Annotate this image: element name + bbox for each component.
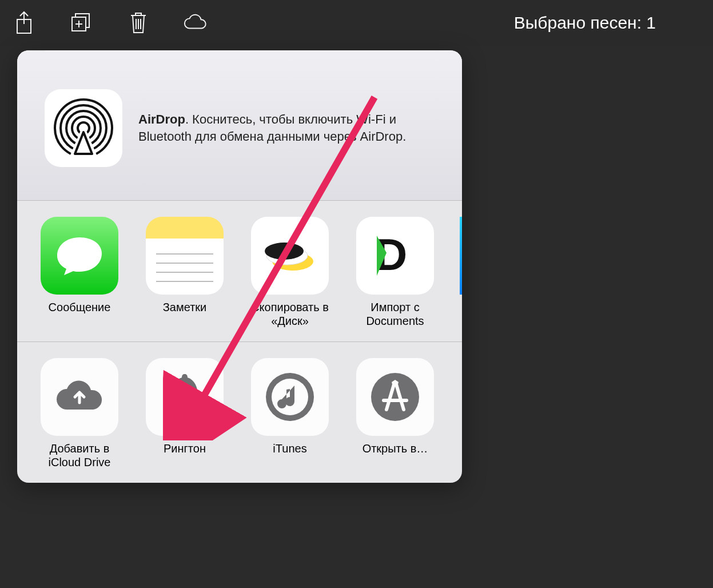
add-to-icon[interactable] <box>69 10 94 35</box>
cloud-icon[interactable] <box>183 10 208 35</box>
share-icon[interactable] <box>11 10 37 35</box>
selection-count-label: Выбрано песен: 1 <box>514 13 702 33</box>
share-item-label: Импорт с Documents <box>354 300 436 328</box>
action-item-openin[interactable]: Открыть в… <box>354 358 436 469</box>
airdrop-section[interactable]: AirDrop. Коснитесь, чтобы включить Wi-Fi… <box>17 50 462 200</box>
trash-icon[interactable] <box>126 10 151 35</box>
action-item-itunes[interactable]: iTunes <box>249 358 330 469</box>
action-item-label: Открыть в… <box>363 442 428 455</box>
action-item-label: iTunes <box>273 442 306 455</box>
svg-point-9 <box>265 243 304 260</box>
itunes-icon <box>251 358 329 436</box>
airdrop-text: AirDrop. Коснитесь, чтобы включить Wi-Fi… <box>138 111 439 145</box>
notes-icon <box>146 217 224 295</box>
icloud-upload-icon <box>41 358 118 436</box>
action-item-label: Добавить в iCloud Drive <box>39 442 120 469</box>
share-item-partial[interactable] <box>460 217 462 328</box>
messages-icon <box>41 217 118 295</box>
toolbar: Выбрано песен: 1 <box>0 0 713 46</box>
yandex-disk-icon <box>251 217 329 295</box>
action-item-ringtone[interactable]: Рингтон <box>144 358 225 469</box>
share-item-disk[interactable]: Скопировать в «Диск» <box>249 217 330 328</box>
share-item-label: Заметки <box>163 300 207 314</box>
share-apps-row: Сообщение Заметки Скопировать в «Диск» D <box>17 201 462 341</box>
share-item-label: Сообщение <box>49 300 111 314</box>
action-item-icloud[interactable]: Добавить в iCloud Drive <box>39 358 120 469</box>
airdrop-title: AirDrop <box>138 112 185 126</box>
share-item-notes[interactable]: Заметки <box>144 217 225 328</box>
bell-icon <box>146 358 224 436</box>
share-item-messages[interactable]: Сообщение <box>39 217 120 328</box>
actions-row: Добавить в iCloud Drive Рингтон iTunes <box>17 342 462 483</box>
share-item-documents[interactable]: D Импорт с Documents <box>354 217 436 328</box>
share-item-label: Скопировать в «Диск» <box>249 300 330 328</box>
open-in-icon <box>356 358 434 436</box>
share-sheet: AirDrop. Коснитесь, чтобы включить Wi-Fi… <box>17 50 462 483</box>
partial-app-icon <box>460 217 462 295</box>
airdrop-icon <box>45 89 122 167</box>
action-item-label: Рингтон <box>164 442 206 455</box>
documents-icon: D <box>356 217 434 295</box>
